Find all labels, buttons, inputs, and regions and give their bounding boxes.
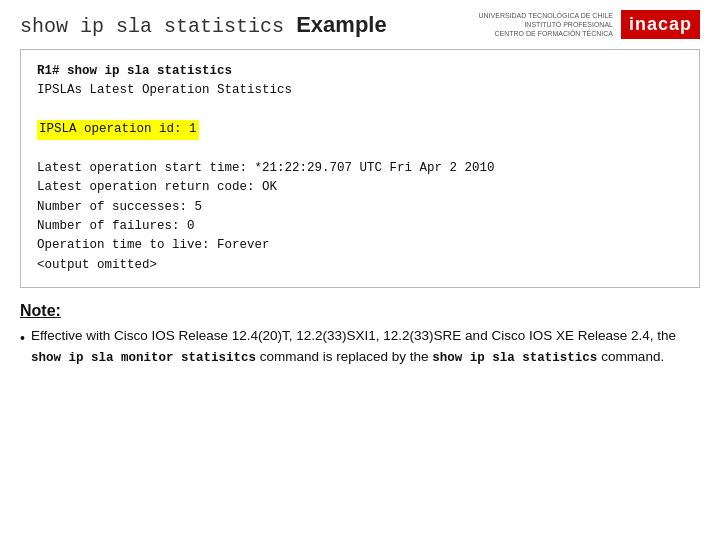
bullet-icon: • bbox=[20, 328, 25, 350]
inline-cmd-2: show ip sla statistics bbox=[432, 351, 597, 365]
code-line-6: Number of failures: 0 bbox=[37, 217, 683, 236]
note-section: Note: • Effective with Cisco IOS Release… bbox=[0, 298, 720, 378]
code-line-2: IPSLAs Latest Operation Statistics bbox=[37, 81, 683, 100]
code-line-3: Latest operation start time: *21:22:29.7… bbox=[37, 159, 683, 178]
code-line-4: Latest operation return code: OK bbox=[37, 178, 683, 197]
logo-area: UNIVERSIDAD TECNOLÓGICA DE CHILE INSTITU… bbox=[479, 10, 701, 39]
code-line-8: <output omitted> bbox=[37, 256, 683, 275]
inline-cmd-1: show ip sla monitor statisitcs bbox=[31, 351, 256, 365]
brand-logo: inacap bbox=[621, 10, 700, 39]
code-block: R1# show ip sla statistics IPSLAs Latest… bbox=[20, 49, 700, 288]
list-item: • Effective with Cisco IOS Release 12.4(… bbox=[20, 326, 700, 368]
note-list: • Effective with Cisco IOS Release 12.4(… bbox=[20, 326, 700, 368]
code-line-blank-1 bbox=[37, 101, 683, 120]
title-mono: show ip sla statistics bbox=[20, 15, 284, 38]
note-text-after: command. bbox=[601, 349, 664, 364]
note-text-before: Effective with Cisco IOS Release 12.4(20… bbox=[31, 328, 676, 343]
title-example: Example bbox=[296, 12, 387, 37]
code-line-7: Operation time to live: Forever bbox=[37, 236, 683, 255]
code-line-highlight: IPSLA operation id: 1 bbox=[37, 120, 683, 139]
note-title: Note: bbox=[20, 302, 700, 320]
code-line-1: R1# show ip sla statistics bbox=[37, 62, 683, 81]
page-title: show ip sla statistics Example bbox=[20, 12, 387, 38]
header: show ip sla statistics Example UNIVERSID… bbox=[0, 0, 720, 45]
note-body: Effective with Cisco IOS Release 12.4(20… bbox=[31, 326, 700, 368]
logo-text: UNIVERSIDAD TECNOLÓGICA DE CHILE INSTITU… bbox=[479, 11, 613, 38]
code-line-blank-2 bbox=[37, 140, 683, 159]
code-line-5: Number of successes: 5 bbox=[37, 198, 683, 217]
note-text-middle: command is replaced by the bbox=[260, 349, 429, 364]
